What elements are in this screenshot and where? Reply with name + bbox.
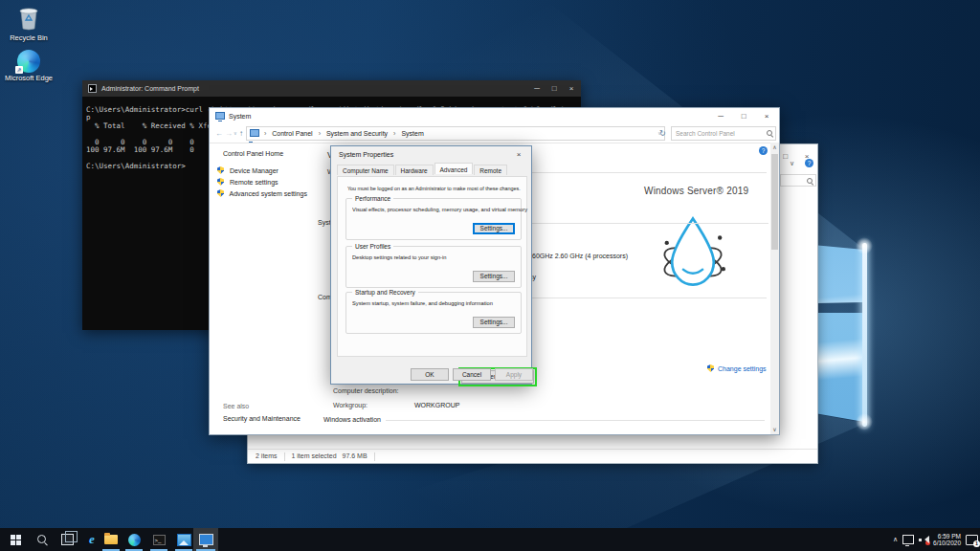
sidebar-item-control-panel-home[interactable]: Control Panel Home [223, 150, 317, 157]
start-button[interactable] [4, 528, 27, 551]
explorer-search-box[interactable] [780, 174, 816, 187]
minimize-button[interactable]: ─ [529, 80, 545, 97]
scroll-thumb[interactable] [771, 154, 778, 250]
search-input[interactable] [671, 126, 776, 141]
logo-corner-glow [856, 237, 873, 254]
group-description: Desktop settings related to your sign-in [352, 253, 446, 260]
startup-recovery-settings-button[interactable]: Settings... [473, 317, 515, 328]
forward-button[interactable]: → [225, 124, 233, 143]
cmd-title-bar[interactable]: Administrator: Command Prompt ─ □ × [82, 80, 581, 97]
internet-explorer-icon: e [89, 532, 95, 547]
drop-logo [657, 213, 728, 291]
tab-hardware[interactable]: Hardware [395, 165, 434, 175]
control-panel-search[interactable] [671, 126, 776, 141]
startup-recovery-group: Startup and Recovery System startup, sys… [345, 292, 522, 334]
taskbar-edge[interactable] [122, 528, 145, 551]
computer-icon [250, 129, 259, 137]
uac-shield-icon [707, 364, 714, 372]
action-center-icon[interactable]: 1 [966, 535, 978, 545]
breadcrumb[interactable]: Control Panel [272, 130, 312, 137]
dialog-title-bar[interactable]: System Properties × [331, 146, 531, 164]
dialog-title: System Properties [339, 151, 393, 158]
search-icon [37, 535, 48, 545]
sidebar-link-security-and-maintenance[interactable]: Security and Maintenance [223, 415, 301, 422]
workgroup-value: WORKGROUP [414, 402, 459, 408]
address-bar[interactable]: › Control Panel › System and Security › … [246, 126, 665, 141]
vertical-scrollbar[interactable]: ∧ ∨ [770, 143, 779, 434]
taskbar-system-window[interactable] [193, 528, 218, 551]
sidebar-item-advanced-system-settings[interactable]: Advanced system settings [217, 189, 317, 197]
cmd-title: Administrator: Command Prompt [101, 85, 199, 92]
system-sidebar: Control Panel Home Device Manager Remote… [210, 143, 317, 434]
task-view-button[interactable] [56, 528, 78, 551]
maximize-button[interactable]: □ [733, 109, 754, 124]
selection-count: 1 item selected [291, 452, 336, 459]
tray-time: 6:59 PM [933, 533, 961, 540]
maximize-button[interactable]: □ [546, 80, 562, 97]
help-icon[interactable]: ? [805, 159, 813, 167]
system-properties-dialog: System Properties × Computer Name Hardwa… [330, 145, 532, 385]
user-profiles-group: User Profiles Desktop settings related t… [345, 246, 522, 288]
chevron-down-icon[interactable]: ∨ [234, 124, 237, 143]
up-button[interactable]: ↑ [239, 124, 243, 143]
status-separator [374, 452, 375, 461]
selection-size: 97.6 MB [343, 452, 368, 459]
close-button[interactable]: × [508, 147, 529, 162]
admin-note: You must be logged on as an Administrato… [347, 186, 521, 191]
scroll-down-arrow[interactable]: ∨ [770, 425, 779, 434]
system-title-bar[interactable]: System ─ □ × [210, 108, 779, 124]
apply-button[interactable]: Apply [495, 368, 533, 381]
taskbar-search-button[interactable] [31, 528, 54, 551]
tray-clock[interactable]: 6:59 PM 6/10/2020 [933, 533, 961, 547]
folder-icon [104, 535, 118, 544]
edge-icon: ↗ [17, 50, 40, 73]
desktop-icon-recycle-bin[interactable]: Recycle Bin [4, 6, 54, 42]
cmd-icon [88, 84, 97, 93]
volume-muted-icon[interactable] [919, 536, 928, 544]
tab-advanced[interactable]: Advanced [434, 163, 474, 174]
tray-chevron-icon[interactable]: ∧ [893, 536, 898, 543]
breadcrumb[interactable]: System and Security [326, 130, 388, 137]
system-toolbar: ← → ∨ ↑ › Control Panel › System and Sec… [210, 124, 779, 143]
taskbar-file-explorer[interactable] [100, 528, 122, 551]
refresh-icon[interactable]: ↻ [659, 124, 666, 143]
taskbar-photos-app[interactable] [172, 528, 195, 551]
network-icon[interactable] [902, 535, 914, 544]
ok-button[interactable]: OK [411, 368, 449, 381]
uac-shield-icon [217, 189, 224, 197]
section-rule [386, 420, 765, 421]
advanced-tab-panel: You must be logged on as an Administrato… [337, 176, 527, 357]
monitor-icon [199, 534, 213, 545]
performance-settings-button[interactable]: Settings... [473, 223, 515, 234]
scroll-up-arrow[interactable]: ∧ [770, 143, 779, 152]
group-title: Startup and Recovery [352, 289, 418, 296]
tab-computer-name[interactable]: Computer Name [337, 165, 394, 175]
back-button[interactable]: ← [215, 124, 223, 143]
cancel-button[interactable]: Cancel [453, 368, 491, 381]
breadcrumb[interactable]: System [401, 130, 423, 137]
desktop-icon-microsoft-edge[interactable]: ↗ Microsoft Edge [4, 50, 54, 82]
minimize-button[interactable]: ─ [710, 109, 731, 124]
chevron-down-icon[interactable]: ∨ [790, 160, 794, 167]
group-description: Visual effects, processor scheduling, me… [352, 206, 527, 212]
desktop-icon-label: Microsoft Edge [5, 74, 53, 82]
tab-remote[interactable]: Remote [474, 165, 507, 175]
taskbar-command-prompt[interactable]: >_ [147, 528, 170, 551]
computer-description-label: Computer description: [333, 387, 398, 394]
uac-shield-icon [217, 166, 224, 174]
search-icon [766, 129, 773, 137]
dialog-tabs: Computer Name Hardware Advanced Remote [337, 164, 506, 176]
change-settings-link[interactable]: Change settings [707, 364, 767, 372]
user-profiles-settings-button[interactable]: Settings... [473, 271, 515, 282]
logo-corner-glow [856, 413, 873, 430]
group-description: System startup, system failure, and debu… [352, 299, 493, 306]
photo-icon [177, 534, 191, 546]
close-button[interactable]: × [564, 80, 579, 97]
sidebar-item-device-manager[interactable]: Device Manager [217, 166, 317, 174]
edge-icon [128, 534, 141, 546]
windows-logo-edge [862, 243, 867, 427]
close-button[interactable]: × [756, 109, 777, 124]
sidebar-item-remote-settings[interactable]: Remote settings [217, 178, 317, 186]
system-icon [215, 112, 225, 120]
tray-date: 6/10/2020 [933, 540, 961, 547]
